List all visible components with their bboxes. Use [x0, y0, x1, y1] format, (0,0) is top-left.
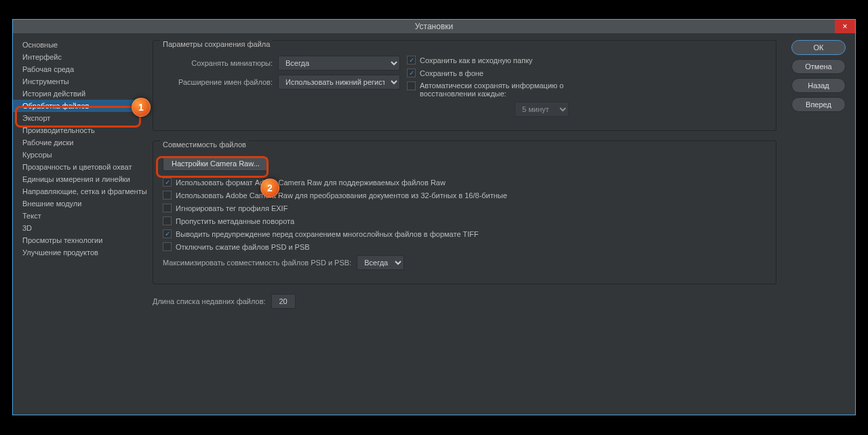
max-compat-label: Максимизировать совместимость файлов PSD… [163, 259, 351, 267]
sidebar-item[interactable]: Основные [13, 39, 143, 51]
recent-files-input[interactable] [271, 294, 296, 309]
auto-save-interval-select: 5 минут [515, 102, 569, 117]
save-original-checkbox[interactable] [407, 56, 416, 64]
ignore-exif-checkbox[interactable] [163, 204, 172, 212]
forward-button[interactable]: Вперед [791, 97, 846, 112]
sidebar-item[interactable]: Прозрачность и цветовой охват [13, 161, 143, 173]
recent-files-label: Длина списка недавних файлов: [153, 297, 266, 305]
extension-label: Расширение имен файлов: [163, 78, 278, 86]
actions-column: ОК Отмена Назад Вперед [786, 33, 855, 415]
convert-32bit-label: Использовать Adobe Camera Raw для преобр… [176, 191, 507, 200]
save-options-group: Параметры сохранения файла Сохранять мин… [153, 40, 776, 131]
sidebar-item[interactable]: Единицы измерения и линейки [13, 173, 143, 185]
save-background-label: Сохранить в фоне [420, 69, 484, 77]
sidebar-item[interactable]: 3D [13, 222, 143, 234]
sidebar-item[interactable]: Просмотры технологии [13, 234, 143, 246]
titlebar: Установки × [13, 20, 855, 33]
window-title: Установки [415, 22, 453, 31]
callout-2: 2 [260, 178, 279, 197]
use-raw-checkbox[interactable] [163, 178, 172, 187]
sidebar-item[interactable]: Экспорт [13, 112, 143, 124]
tiff-warning-checkbox[interactable] [163, 229, 172, 238]
use-raw-label: Использовать формат Adobe Camera Raw для… [176, 178, 446, 187]
skip-rotate-checkbox[interactable] [163, 216, 172, 225]
main-panel: Параметры сохранения файла Сохранять мин… [143, 33, 786, 415]
sidebar-item[interactable]: Интерфейс [13, 51, 143, 63]
auto-save-label: Автоматически сохранять информацию о вос… [420, 81, 569, 98]
group-title: Параметры сохранения файла [160, 40, 273, 48]
sidebar-item[interactable]: Внешние модули [13, 197, 143, 210]
auto-save-checkbox[interactable] [407, 81, 416, 90]
sidebar-item[interactable]: Направляющие, сетка и фрагменты [13, 185, 143, 197]
save-original-label: Сохранить как в исходную папку [420, 56, 532, 64]
callout-1: 1 [132, 98, 151, 117]
max-compat-select[interactable]: Всегда [357, 255, 404, 270]
skip-rotate-label: Пропустить метаданные поворота [176, 217, 294, 225]
sidebar-item[interactable]: Производительность [13, 124, 143, 136]
back-button[interactable]: Назад [791, 78, 846, 93]
sidebar: ОсновныеИнтерфейсРабочая средаИнструмент… [13, 33, 143, 415]
cancel-button[interactable]: Отмена [791, 59, 846, 74]
extension-select[interactable]: Использовать нижний регистр [278, 75, 400, 90]
ignore-exif-label: Игнорировать тег профиля EXIF [176, 204, 288, 212]
sidebar-item[interactable]: История действий [13, 88, 143, 100]
ok-button[interactable]: ОК [791, 40, 846, 55]
save-background-checkbox[interactable] [407, 69, 416, 77]
disable-compress-label: Отключить сжатие файлов PSD и PSB [176, 243, 310, 251]
sidebar-item[interactable]: Рабочая среда [13, 63, 143, 75]
close-button[interactable]: × [835, 20, 855, 33]
camera-raw-settings-button[interactable]: Настройки Camera Raw... [163, 156, 269, 171]
tiff-warning-label: Выводить предупреждение перед сохранение… [176, 230, 479, 238]
group-title: Совместимость файлов [160, 140, 249, 149]
thumbnail-select[interactable]: Всегда [278, 56, 400, 71]
sidebar-item[interactable]: Улучшение продуктов [13, 246, 143, 259]
sidebar-item[interactable]: Рабочие диски [13, 136, 143, 149]
disable-compress-checkbox[interactable] [163, 242, 172, 251]
compatibility-group: Совместимость файлов Настройки Camera Ra… [153, 140, 776, 284]
sidebar-item[interactable]: Текст [13, 210, 143, 222]
sidebar-item[interactable]: Курсоры [13, 149, 143, 161]
sidebar-item[interactable]: Обработка файлов [13, 100, 143, 112]
sidebar-item[interactable]: Инструменты [13, 75, 143, 88]
thumbnail-label: Сохранять миниатюры: [163, 59, 278, 67]
convert-32bit-checkbox[interactable] [163, 191, 172, 200]
